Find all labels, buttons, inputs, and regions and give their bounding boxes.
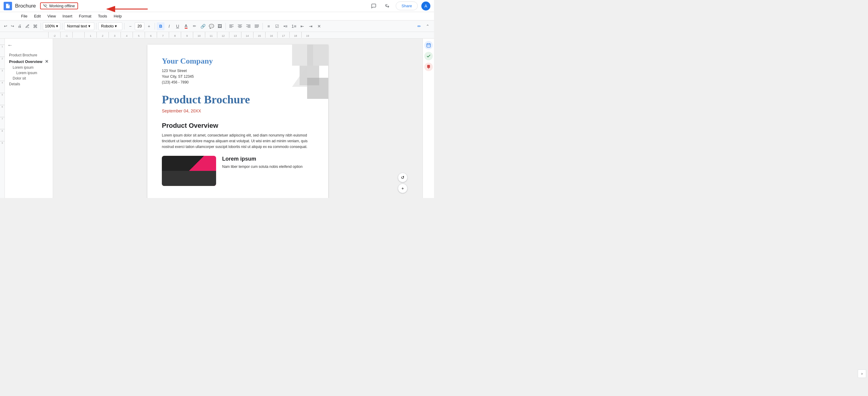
align-left-button[interactable]	[227, 22, 236, 30]
scroll-refresh-button[interactable]: ↺	[398, 173, 407, 182]
sidebar-item-product-overview[interactable]: Product Overview ✕	[7, 58, 50, 65]
share-button[interactable]: Share	[396, 1, 418, 10]
indent-right-button[interactable]: ⇥	[307, 22, 315, 30]
image-button[interactable]: 🖼	[216, 22, 224, 30]
comment-button[interactable]	[369, 2, 379, 10]
font-size-input[interactable]	[135, 22, 144, 30]
ruler-mark: 14	[241, 32, 253, 38]
collapse-toolbar-button[interactable]: ⌃	[424, 22, 432, 30]
scroll-buttons: ↺ +	[398, 173, 407, 193]
editing-mode-button[interactable]: ✏	[415, 22, 423, 30]
print-button[interactable]: 🖨	[16, 23, 23, 30]
align-center-button[interactable]	[236, 22, 244, 30]
spellcheck-button[interactable]	[24, 23, 31, 30]
ruler-mark: 8	[169, 32, 181, 38]
ruler-mark: 16	[265, 32, 277, 38]
zoom-chevron: ▾	[56, 24, 58, 28]
align-right-button[interactable]	[244, 22, 252, 30]
ruler-mark: 11	[205, 32, 217, 38]
history-button[interactable]	[382, 2, 392, 10]
bold-button[interactable]: B	[157, 22, 164, 30]
undo-button[interactable]: ↩	[2, 23, 9, 30]
sidebar-item-product-brochure[interactable]: Product Brochure	[7, 52, 50, 58]
font-chevron: ▾	[115, 24, 117, 28]
user-avatar[interactable]: A	[421, 1, 430, 10]
ruler-mark: 3	[108, 32, 121, 38]
redo-button[interactable]: ↪	[9, 23, 16, 30]
style-selector[interactable]: Normal text ▾	[64, 22, 94, 30]
svg-rect-7	[239, 25, 241, 26]
top-bar-actions: Share A	[369, 1, 430, 10]
zoom-selector[interactable]: 100% ▾	[43, 22, 60, 30]
font-size-increase-button[interactable]: +	[145, 22, 153, 30]
main-area: 1 2 3 4 5 6 7 8 9 ← Product Brochure Pro…	[0, 38, 434, 198]
style-value: Normal text	[67, 24, 87, 28]
font-size-control: − +	[126, 22, 153, 30]
link-button[interactable]: 🔗	[199, 22, 207, 30]
ruler-mark: 15	[253, 32, 265, 38]
ruler-mark: -2	[48, 32, 60, 38]
ruler-mark	[72, 32, 84, 38]
ruler: -2 -1 1 2 3 4 5 6 7 8 9 10 11 12 13 14 1…	[0, 32, 434, 38]
keep-icon	[427, 64, 431, 69]
menu-help[interactable]: Help	[111, 13, 125, 19]
offline-icon	[43, 4, 47, 8]
left-ruler-mark: 1	[0, 44, 4, 57]
sidebar-back-button[interactable]: ←	[7, 42, 50, 49]
font-value: Roboto	[101, 24, 114, 28]
ruler-mark: 7	[157, 32, 169, 38]
history-icon	[385, 4, 390, 8]
paint-format-button[interactable]	[32, 23, 39, 30]
menu-view[interactable]: View	[44, 13, 59, 19]
sidebar-item-dolor-sit[interactable]: Dolor sit	[7, 75, 50, 81]
google-docs-icon	[4, 2, 12, 10]
line-spacing-button[interactable]: ≡	[265, 22, 273, 30]
keep-button[interactable]	[424, 63, 433, 71]
indent-left-button[interactable]: ⇤	[299, 22, 306, 30]
document-title[interactable]: Brochure	[15, 3, 36, 9]
italic-button[interactable]: I	[165, 22, 173, 30]
justify-button[interactable]	[253, 22, 261, 30]
ruler-mark: 19	[301, 32, 313, 38]
font-selector[interactable]: Roboto ▾	[98, 22, 122, 30]
comment-inline-button[interactable]: 💬	[207, 22, 215, 30]
offline-badge[interactable]: Working offline	[40, 2, 78, 9]
left-ruler-mark: 7	[0, 117, 4, 129]
left-ruler-mark: 6	[0, 105, 4, 117]
document-page[interactable]: Your Company 123 Your Street Your City, …	[147, 44, 328, 198]
sidebar-item-lorem-ipsum-2[interactable]: Lorem ipsum	[7, 70, 50, 75]
bullet-list-button[interactable]: •≡	[281, 22, 289, 30]
close-icon[interactable]: ✕	[45, 59, 49, 64]
document-area[interactable]: Your Company 123 Your Street Your City, …	[53, 38, 423, 198]
lorem-section-body: Nam liber tempor cum soluta nobis eleife…	[222, 164, 314, 170]
checklist-button[interactable]: ☑	[273, 22, 281, 30]
text-color-button[interactable]: A	[182, 22, 190, 30]
tasks-button[interactable]	[424, 52, 433, 60]
top-bar: Brochure Working offline Share A	[0, 0, 434, 12]
lorem-section: Lorem ipsum Nam liber tempor cum soluta …	[162, 156, 314, 186]
numbered-list-button[interactable]: 1≡	[290, 22, 298, 30]
comment-icon	[371, 3, 376, 9]
font-size-decrease-button[interactable]: −	[126, 22, 134, 30]
sidebar-item-details[interactable]: Details	[7, 81, 50, 87]
underline-button[interactable]: U	[174, 22, 181, 30]
menu-edit[interactable]: Edit	[31, 13, 44, 19]
sidebar-item-lorem-ipsum-1[interactable]: Lorem ipsum	[7, 65, 50, 70]
menu-file[interactable]: File	[18, 13, 30, 19]
clear-formatting-button[interactable]: ✕	[315, 22, 323, 30]
menu-tools[interactable]: Tools	[95, 13, 110, 19]
svg-rect-14	[255, 24, 259, 25]
scroll-add-button[interactable]: +	[398, 184, 407, 193]
menu-insert[interactable]: Insert	[59, 13, 75, 19]
left-ruler-mark: 2	[0, 57, 4, 69]
ruler-mark: 5	[133, 32, 145, 38]
ruler-mark: 1	[84, 32, 96, 38]
ruler-mark: -1	[60, 32, 72, 38]
left-ruler-mark: 5	[0, 93, 4, 105]
toolbar: ↩ ↪ 🖨 100% ▾ Normal text ▾ Roboto ▾ − + …	[0, 21, 434, 32]
left-ruler-mark: 4	[0, 81, 4, 93]
highlight-button[interactable]: ✏	[190, 22, 198, 30]
menu-format[interactable]: Format	[76, 13, 94, 19]
calendar-button[interactable]	[424, 41, 433, 50]
lorem-section-text: Lorem ipsum Nam liber tempor cum soluta …	[222, 156, 314, 186]
